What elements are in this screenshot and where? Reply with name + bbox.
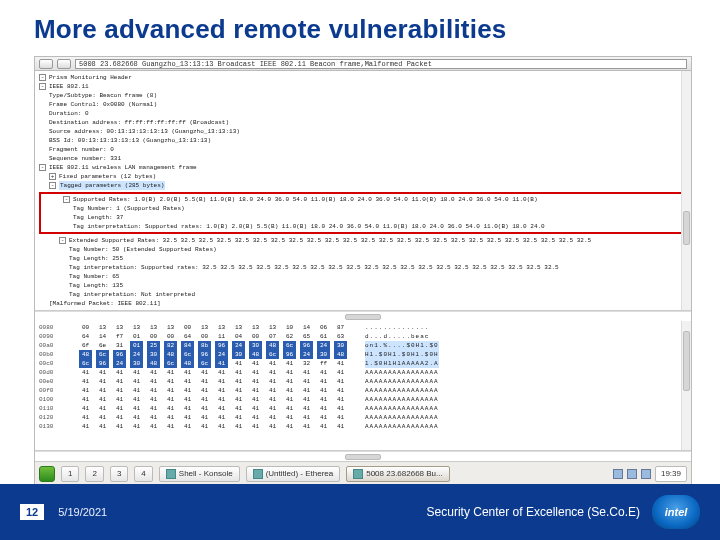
hex-byte: 41 [130,377,143,386]
hex-address: 00f0 [39,386,69,395]
hex-byte: 41 [130,386,143,395]
hex-byte: 6c [266,350,279,359]
hex-byte: 41 [215,377,228,386]
hex-byte: 10 [283,323,296,332]
hex-byte: 41 [96,395,109,404]
hex-byte: 8b [198,341,211,350]
hex-byte: 24 [232,341,245,350]
hex-byte: 00 [164,332,177,341]
tray-icon[interactable] [641,469,651,479]
horizontal-scrollbar[interactable] [35,311,691,321]
hex-byte: 41 [334,359,347,368]
hex-byte: 48 [249,350,262,359]
hex-byte: 6f [79,341,92,350]
hex-byte: 24 [215,350,228,359]
hex-byte: 41 [300,413,313,422]
hex-byte: 32 [300,359,313,368]
tray-icon[interactable] [627,469,637,479]
tree-leaf: Sequence number: 331 [39,154,687,163]
hex-byte: 41 [232,377,245,386]
hex-bytes: 6414f701000064001104000762656163 [79,332,347,341]
hex-byte: 41 [334,395,347,404]
footer-attribution: Security Center of Excellence (Se.Co.E) [427,505,640,519]
app-icon [353,469,363,479]
hex-byte: 41 [96,386,109,395]
hex-byte: 6c [164,359,177,368]
scroll-thumb[interactable] [345,454,381,460]
hex-byte: 87 [334,323,347,332]
task-item[interactable]: Shell - Konsole [159,466,240,482]
expand-icon[interactable]: - [63,196,70,203]
expand-icon[interactable]: + [49,173,56,180]
tree-leaf: Tag Length: 135 [39,281,687,290]
hex-byte: 41 [96,377,109,386]
hex-byte: 41 [215,359,228,368]
hex-byte: 6c [283,341,296,350]
hex-byte: 41 [79,377,92,386]
hex-ascii: AAAAAAAAAAAAAAAA [365,368,439,377]
desktop-tab[interactable]: 3 [110,466,128,482]
hex-bytes: 6f6e31012582848b962430486c962430 [79,341,347,350]
hex-byte: 41 [215,386,228,395]
hex-bytes: 41414141414141414141414141414141 [79,404,347,413]
hex-byte: 61 [317,332,330,341]
vertical-scrollbar[interactable] [681,71,691,310]
desktop-tab[interactable]: 2 [85,466,103,482]
tab-label: 4 [141,469,145,478]
hex-byte: 41 [266,422,279,431]
task-item[interactable]: (Untitled) - Etherea [246,466,341,482]
scroll-thumb[interactable] [683,211,690,245]
hex-byte: 24 [300,350,313,359]
hex-byte: 41 [147,422,160,431]
hex-byte: 41 [266,359,279,368]
hex-dump-pane[interactable]: 008000131313131300131313131310140687....… [35,321,691,451]
hex-byte: 41 [147,404,160,413]
desktop-tab[interactable]: 1 [61,466,79,482]
hex-byte: 41 [198,386,211,395]
hex-byte: 48 [266,341,279,350]
hex-byte: 96 [300,341,313,350]
tree-node: Prism Monitoring Header [49,74,132,81]
task-label: Shell - Konsole [179,469,233,478]
hex-byte: 07 [266,332,279,341]
expand-icon[interactable]: - [39,83,46,90]
nav-forward-button[interactable] [57,59,71,69]
hex-byte: 6c [96,350,109,359]
hex-byte: 41 [198,368,211,377]
dissection-pane[interactable]: -Prism Monitoring Header -IEEE 802.11 Ty… [35,71,691,311]
hex-byte: 41 [79,413,92,422]
hex-byte: 41 [113,377,126,386]
hex-byte: 13 [96,323,109,332]
hex-byte: 41 [147,395,160,404]
start-button[interactable] [39,466,55,482]
vertical-scrollbar[interactable] [681,321,691,450]
expand-icon[interactable]: - [49,182,56,189]
hex-address: 00e0 [39,377,69,386]
tree-node: Extended Supported Rates: 32.5 32.5 32.5… [69,237,591,244]
desktop-tab[interactable]: 4 [134,466,152,482]
hex-byte: 41 [232,422,245,431]
expand-icon[interactable]: - [59,237,66,244]
horizontal-scrollbar[interactable] [35,451,691,461]
hex-byte: 41 [96,422,109,431]
task-item-active[interactable]: 5008 23.682668 Bu... [346,466,450,482]
packet-summary-field[interactable]: 5008 23.682668 Guangzho_13:13:13 Broadca… [75,59,687,69]
hex-byte: 41 [317,377,330,386]
expand-icon[interactable]: - [39,74,46,81]
scroll-thumb[interactable] [683,331,690,391]
expand-icon[interactable]: - [39,164,46,171]
hex-byte: 41 [130,404,143,413]
hex-byte: 41 [266,377,279,386]
tree-leaf: Tag Number: 65 [39,272,687,281]
tree-leaf: Type/Subtype: Beacon frame (8) [39,91,687,100]
scroll-thumb[interactable] [345,314,381,320]
hex-ascii: AAAAAAAAAAAAAAAA [365,413,439,422]
tray-icon[interactable] [613,469,623,479]
hex-row: 00b0486c962430486c962430486c96243048Hl.$… [39,350,687,359]
clock[interactable]: 19:39 [655,466,687,482]
nav-back-button[interactable] [39,59,53,69]
hex-byte: 41 [249,395,262,404]
tab-label: 2 [92,469,96,478]
hex-byte: 13 [164,323,177,332]
hex-byte: 24 [317,341,330,350]
